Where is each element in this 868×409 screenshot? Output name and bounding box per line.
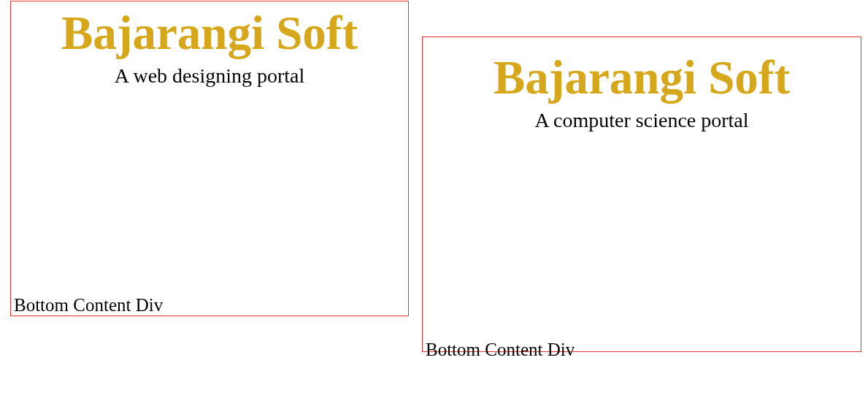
right-box-bottom-label: Bottom Content Div xyxy=(426,340,575,360)
right-box-inner: Bajarangi Soft A computer science portal… xyxy=(423,52,861,366)
left-box-subtitle: A web designing portal xyxy=(11,64,408,88)
left-box-bottom-label: Bottom Content Div xyxy=(14,295,163,316)
left-box-inner: Bajarangi Soft A web designing portal Bo… xyxy=(11,7,408,321)
right-box-title: Bajarangi Soft xyxy=(423,52,861,104)
left-box-title: Bajarangi Soft xyxy=(11,7,408,60)
right-box-subtitle: A computer science portal xyxy=(423,109,861,132)
right-content-box: Bajarangi Soft A computer science portal… xyxy=(422,37,861,352)
left-content-box: Bajarangi Soft A web designing portal Bo… xyxy=(10,1,409,316)
